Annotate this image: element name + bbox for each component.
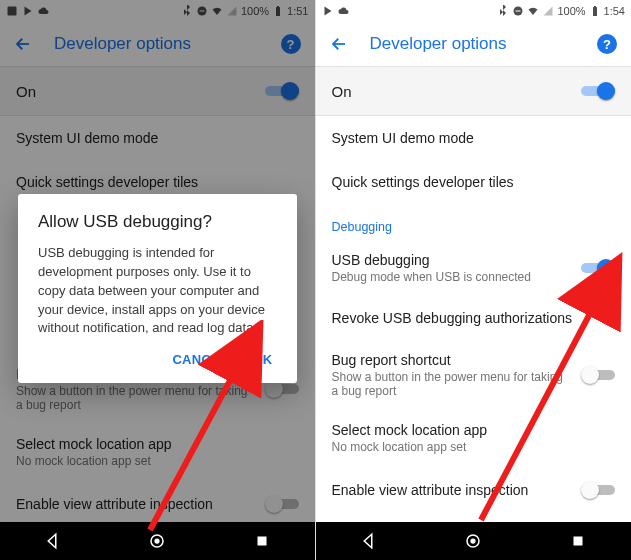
usb-debugging-switch[interactable] <box>581 258 615 278</box>
back-icon[interactable] <box>330 35 348 53</box>
row-quick-settings-tiles[interactable]: Quick settings developer tiles <box>316 160 632 204</box>
nav-home-icon[interactable] <box>148 532 166 550</box>
page-title: Developer options <box>370 34 576 54</box>
row-label: Quick settings developer tiles <box>332 174 616 190</box>
row-sub: No mock location app set <box>332 440 616 454</box>
battery-icon <box>589 5 601 17</box>
view-attr-switch[interactable] <box>581 480 615 500</box>
master-toggle-row[interactable]: On <box>316 66 632 116</box>
svg-rect-7 <box>258 537 267 546</box>
help-icon[interactable]: ? <box>597 34 617 54</box>
nav-back-icon[interactable] <box>359 532 377 550</box>
row-label: Select mock location app <box>332 422 616 438</box>
row-label: Revoke USB debugging authorizations <box>332 310 616 326</box>
row-label: Bug report shortcut <box>332 352 572 368</box>
row-label: System UI demo mode <box>332 130 616 146</box>
svg-point-6 <box>155 538 160 543</box>
row-label: USB debugging <box>332 252 572 268</box>
master-switch[interactable] <box>581 81 615 101</box>
svg-rect-12 <box>594 6 596 8</box>
row-sub: Show a button in the power menu for taki… <box>332 370 572 398</box>
svg-point-14 <box>471 538 476 543</box>
play-icon <box>322 5 334 17</box>
nav-home-icon[interactable] <box>464 532 482 550</box>
cloud-icon <box>338 5 350 17</box>
settings-list: On System UI demo mode Quick settings de… <box>316 66 632 558</box>
clock: 1:54 <box>604 5 625 17</box>
row-system-ui-demo[interactable]: System UI demo mode <box>316 116 632 160</box>
row-sub: Debug mode when USB is connected <box>332 270 572 284</box>
svg-rect-11 <box>593 7 597 16</box>
ok-button[interactable]: OK <box>252 352 272 367</box>
section-debugging: Debugging <box>316 204 632 240</box>
bug-report-switch[interactable] <box>581 365 615 385</box>
navigation-bar <box>316 522 632 560</box>
signal-icon <box>542 5 554 17</box>
nav-recent-icon[interactable] <box>569 532 587 550</box>
row-label: Enable view attribute inspection <box>332 482 572 498</box>
row-revoke-usb-auth[interactable]: Revoke USB debugging authorizations <box>316 296 632 340</box>
row-view-attribute-inspection[interactable]: Enable view attribute inspection <box>316 466 632 514</box>
svg-rect-15 <box>574 537 583 546</box>
nav-recent-icon[interactable] <box>253 532 271 550</box>
dnd-icon <box>512 5 524 17</box>
screenshot-left: 100% 1:51 Developer options ? On System … <box>0 0 316 560</box>
master-label: On <box>332 83 572 100</box>
svg-rect-10 <box>516 11 521 12</box>
status-bar: 100% 1:54 <box>316 0 632 22</box>
usb-debugging-dialog: Allow USB debugging? USB debugging is in… <box>18 194 297 383</box>
row-mock-location[interactable]: Select mock location app No mock locatio… <box>316 410 632 466</box>
cancel-button[interactable]: CANCEL <box>172 352 228 367</box>
wifi-icon <box>527 5 539 17</box>
navigation-bar <box>0 522 315 560</box>
row-usb-debugging[interactable]: USB debugging Debug mode when USB is con… <box>316 240 632 296</box>
screenshot-right: 100% 1:54 Developer options ? On System … <box>316 0 632 560</box>
dialog-title: Allow USB debugging? <box>38 212 277 232</box>
dialog-body: USB debugging is intended for developmen… <box>38 244 277 338</box>
row-bug-report-shortcut[interactable]: Bug report shortcut Show a button in the… <box>316 340 632 410</box>
nav-back-icon[interactable] <box>43 532 61 550</box>
battery-percent: 100% <box>557 5 585 17</box>
bluetooth-icon <box>497 5 509 17</box>
app-bar: Developer options ? <box>316 22 632 66</box>
